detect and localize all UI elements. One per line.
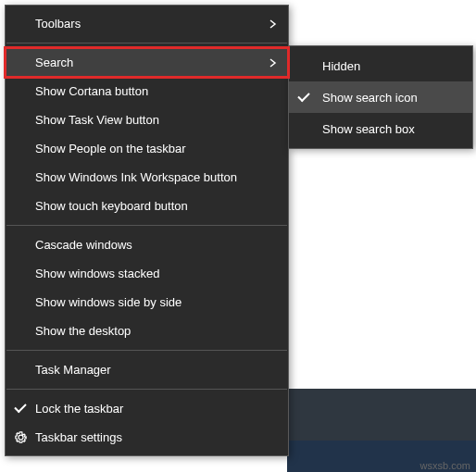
chevron-right-icon bbox=[268, 58, 277, 68]
menu-lock-taskbar[interactable]: Lock the taskbar bbox=[6, 394, 288, 423]
submenu-hidden-label: Hidden bbox=[322, 59, 360, 73]
menu-windows-stacked[interactable]: Show windows stacked bbox=[6, 259, 288, 288]
menu-toolbars-label: Toolbars bbox=[35, 17, 268, 31]
menu-show-ink-workspace[interactable]: Show Windows Ink Workspace button bbox=[6, 163, 288, 192]
menu-show-people[interactable]: Show People on the taskbar bbox=[6, 134, 288, 163]
separator bbox=[6, 43, 287, 43]
submenu-box-label: Show search box bbox=[322, 122, 415, 136]
menu-taskview-label: Show Task View button bbox=[35, 113, 277, 127]
checkmark-icon bbox=[13, 402, 28, 416]
submenu-hidden[interactable]: Hidden bbox=[289, 50, 472, 81]
menu-task-manager[interactable]: Task Manager bbox=[6, 355, 288, 384]
separator bbox=[6, 389, 287, 390]
separator bbox=[6, 350, 287, 351]
menu-search-label: Search bbox=[35, 56, 268, 69]
menu-search[interactable]: Search bbox=[6, 48, 288, 77]
menu-lock-label: Lock the taskbar bbox=[35, 402, 277, 416]
menu-taskmgr-label: Task Manager bbox=[35, 363, 277, 377]
submenu-show-search-box[interactable]: Show search box bbox=[289, 113, 472, 144]
menu-ink-label: Show Windows Ink Workspace button bbox=[35, 170, 277, 184]
submenu-show-search-icon[interactable]: Show search icon bbox=[289, 81, 472, 113]
menu-touchkb-label: Show touch keyboard button bbox=[35, 199, 277, 213]
menu-stacked-label: Show windows stacked bbox=[35, 267, 277, 280]
menu-cortana-label: Show Cortana button bbox=[35, 84, 277, 98]
menu-showdesktop-label: Show the desktop bbox=[35, 324, 277, 338]
menu-show-task-view-button[interactable]: Show Task View button bbox=[6, 106, 288, 134]
menu-show-desktop[interactable]: Show the desktop bbox=[6, 317, 288, 345]
separator bbox=[6, 225, 287, 226]
submenu-icon-label: Show search icon bbox=[322, 91, 418, 105]
menu-show-touch-keyboard[interactable]: Show touch keyboard button bbox=[6, 192, 288, 220]
watermark-text: wsxsb.com bbox=[420, 460, 470, 471]
menu-cascade-label: Cascade windows bbox=[35, 238, 277, 252]
menu-cascade-windows[interactable]: Cascade windows bbox=[6, 230, 288, 259]
menu-people-label: Show People on the taskbar bbox=[35, 142, 277, 155]
menu-sidebyside-label: Show windows side by side bbox=[35, 295, 277, 309]
menu-toolbars[interactable]: Toolbars bbox=[6, 9, 288, 38]
search-submenu: Hidden Show search icon Show search box bbox=[288, 45, 473, 149]
menu-windows-side-by-side[interactable]: Show windows side by side bbox=[6, 288, 288, 317]
menu-show-cortana-button[interactable]: Show Cortana button bbox=[6, 77, 288, 106]
chevron-right-icon bbox=[268, 19, 277, 29]
checkmark-icon bbox=[296, 90, 311, 105]
menu-settings-label: Taskbar settings bbox=[35, 430, 277, 444]
gear-icon bbox=[13, 430, 28, 445]
taskbar-context-menu: Toolbars Search Show Cortana button Show… bbox=[5, 5, 289, 456]
menu-taskbar-settings[interactable]: Taskbar settings bbox=[6, 423, 288, 452]
taskbar-dark-band bbox=[287, 389, 476, 441]
